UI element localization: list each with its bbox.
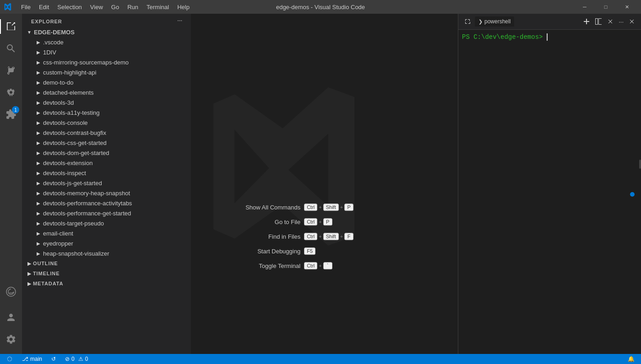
tree-item-devtools-inspect[interactable]: devtools-inspect	[22, 168, 191, 178]
menu-help[interactable]: Help	[174, 3, 193, 11]
section-outline[interactable]: OUTLINE	[22, 258, 191, 268]
tree-item-devtools-3d[interactable]: devtools-3d	[22, 97, 191, 107]
maximize-button[interactable]: □	[595, 0, 616, 14]
item-label: devtools-performance-get-started	[43, 210, 131, 217]
item-arrow-icon	[35, 240, 42, 247]
terminal-tab-icon: ❯	[478, 19, 483, 25]
terminal-expand-icon[interactable]	[462, 16, 473, 27]
section-metadata[interactable]: METADATA	[22, 278, 191, 289]
item-label: email-client	[43, 230, 73, 237]
titlebar-title: edge-demos - Visual Studio Code	[276, 4, 365, 11]
item-label: eyedropper	[43, 240, 73, 247]
activity-icon-settings[interactable]	[0, 328, 22, 350]
tree-item-devtools-perf-tabs[interactable]: devtools-performance-activitytabs	[22, 198, 191, 208]
tree-item-devtools-perf-started[interactable]: devtools-performance-get-started	[22, 208, 191, 218]
shortcut-keys: Ctrl + P	[304, 218, 332, 225]
tree-item-eyedropper[interactable]: eyedropper	[22, 238, 191, 248]
item-arrow-icon	[35, 250, 42, 257]
item-arrow-icon	[35, 69, 42, 76]
menu-edit[interactable]: Edit	[35, 3, 53, 11]
section-label: OUTLINE	[33, 261, 58, 266]
section-timeline[interactable]: TIMELINE	[22, 268, 191, 278]
activity-icon-extensions[interactable]: 1	[0, 103, 22, 125]
item-arrow-icon	[35, 59, 42, 66]
tree-item-devtools-target[interactable]: devtools-target-pseudo	[22, 218, 191, 228]
menu-terminal[interactable]: Terminal	[143, 3, 173, 11]
item-arrow-icon	[35, 129, 42, 136]
terminal-split-button[interactable]	[593, 16, 604, 27]
activity-icon-source-control[interactable]	[0, 59, 22, 81]
status-errors[interactable]: ⊘ 0 ⚠ 0	[62, 354, 91, 364]
tree-item-devtools-a11y[interactable]: devtools-a11y-testing	[22, 107, 191, 118]
tree-item-heap-snapshot[interactable]: heap-snapshot-visualizer	[22, 248, 191, 258]
key-ctrl: Ctrl	[304, 262, 317, 269]
item-label: devtools-a11y-testing	[43, 109, 100, 116]
branch-name: main	[30, 356, 42, 362]
terminal-tab-powershell[interactable]: ❯ powershell	[475, 16, 514, 27]
key-ctrl: Ctrl	[304, 233, 317, 240]
root-folder[interactable]: EDGE-DEMOS	[22, 27, 191, 37]
menu-run[interactable]: Run	[124, 3, 142, 11]
tree-item-devtools-extension[interactable]: devtools-extension	[22, 158, 191, 168]
tree-item-devtools-contrast[interactable]: devtools-contrast-bugfix	[22, 128, 191, 138]
tree-item-css-mirroring[interactable]: css-mirroring-sourcemaps-demo	[22, 57, 191, 67]
key-plus: +	[319, 234, 321, 239]
file-tree[interactable]: EDGE-DEMOS .vscode 1DIV css-mirroring-so…	[22, 27, 191, 354]
sync-icon: ↺	[51, 356, 56, 362]
tree-item-detached[interactable]: detached-elements	[22, 87, 191, 97]
tree-item-devtools-memory[interactable]: devtools-memory-heap-snapshot	[22, 188, 191, 198]
menu-file[interactable]: File	[17, 3, 34, 11]
item-label: devtools-extension	[43, 160, 92, 166]
activity-icon-accounts[interactable]	[0, 306, 22, 328]
shortcut-show-commands: Show All Commands Ctrl + Shift + P	[232, 203, 353, 211]
terminal-add-button[interactable]	[581, 16, 592, 27]
item-arrow-icon	[35, 169, 42, 177]
activity-icon-run-debug[interactable]	[0, 81, 22, 103]
tree-item-1div[interactable]: 1DIV	[22, 47, 191, 57]
item-label: devtools-target-pseudo	[43, 220, 104, 227]
error-icon: ⊘	[65, 356, 70, 362]
tree-item-devtools-js[interactable]: devtools-js-get-started	[22, 178, 191, 188]
status-sync[interactable]: ↺	[49, 354, 59, 364]
activity-icon-explorer[interactable]	[0, 16, 22, 37]
item-arrow-icon	[35, 149, 42, 156]
tree-item-devtools-css[interactable]: devtools-css-get-started	[22, 138, 191, 148]
warning-icon: ⚠	[78, 356, 83, 362]
terminal-more-button[interactable]: ···	[617, 16, 625, 27]
terminal-body[interactable]: PS C:\dev\edge-demos>	[458, 30, 641, 354]
titlebar-left: File Edit Selection View Go Run Terminal…	[4, 3, 193, 11]
close-button[interactable]: ✕	[616, 0, 637, 14]
key-ctrl: Ctrl	[304, 218, 317, 225]
item-arrow-icon	[35, 189, 42, 197]
warning-count: 0	[85, 356, 88, 362]
item-arrow-icon	[35, 209, 42, 217]
status-notifications[interactable]: 🔔	[625, 354, 637, 364]
menu-view[interactable]: View	[87, 3, 107, 11]
tree-item-devtools-console[interactable]: devtools-console	[22, 118, 191, 128]
new-file-icon[interactable]: ⋯	[175, 17, 185, 25]
activity-icon-edge[interactable]	[0, 281, 22, 303]
shortcut-label: Show All Commands	[232, 204, 300, 211]
item-label: devtools-performance-activitytabs	[43, 200, 132, 207]
item-label: custom-highlight-api	[43, 69, 96, 76]
status-remote-icon[interactable]	[4, 354, 16, 364]
key-backtick: `	[323, 262, 332, 269]
tree-item-devtools-dom[interactable]: devtools-dom-get-started	[22, 148, 191, 158]
terminal-kill-button[interactable]	[605, 16, 616, 27]
tree-item-email-client[interactable]: email-client	[22, 228, 191, 238]
item-label: devtools-3d	[43, 99, 74, 106]
menu-go[interactable]: Go	[108, 3, 123, 11]
tree-item-vscode[interactable]: .vscode	[22, 37, 191, 47]
shortcut-label: Start Debugging	[232, 248, 300, 255]
terminal-close-button[interactable]	[626, 16, 637, 27]
tree-item-custom-highlight[interactable]: custom-highlight-api	[22, 67, 191, 77]
terminal-indicator-dot	[630, 192, 635, 197]
status-branch[interactable]: ⎇ main	[19, 354, 45, 364]
menu-selection[interactable]: Selection	[54, 3, 85, 11]
item-label: devtools-console	[43, 119, 88, 126]
vscode-logo-icon	[4, 3, 12, 11]
terminal-scrollbar[interactable]	[639, 160, 641, 169]
activity-icon-search[interactable]	[0, 37, 22, 59]
minimize-button[interactable]: ─	[574, 0, 595, 14]
tree-item-demo-todo[interactable]: demo-to-do	[22, 77, 191, 87]
